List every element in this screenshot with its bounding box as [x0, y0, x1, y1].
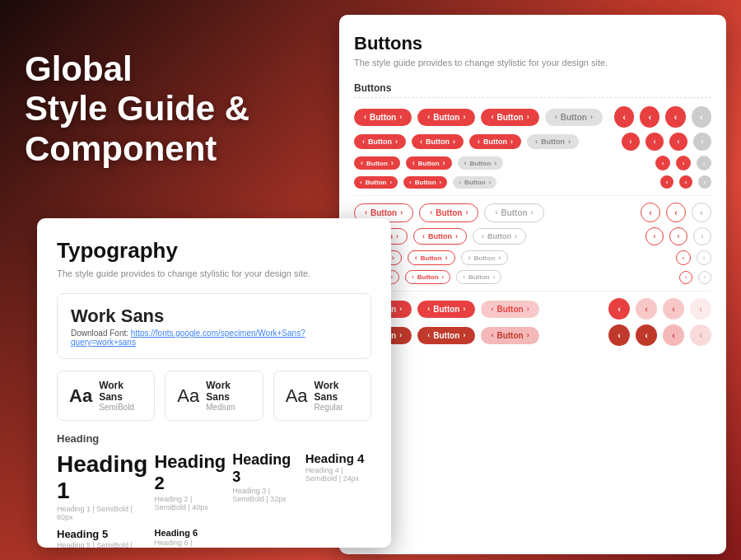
btn-icon-c4[interactable]: ‹	[690, 324, 711, 346]
btn-icon-outline-xxs-1[interactable]: ‹	[679, 271, 692, 284]
btn-icon-c1[interactable]: ‹	[608, 324, 630, 346]
btn-neutral-xxs-1[interactable]: ‹ Button ›	[453, 176, 496, 189]
btn-row-6: ‹ Button › ‹ Button › ‹ Button › ‹ ‹ ‹	[354, 227, 711, 245]
font-aa-semibold: Aa	[69, 385, 92, 407]
btn-neutral-1[interactable]: ‹ Button ›	[545, 109, 603, 126]
btn-row-5: ‹ Button › ‹ Button › ‹ Button › ‹ ‹ ‹	[354, 203, 711, 222]
heading-6-display: Heading 6	[154, 528, 226, 538]
heading-5-meta: Heading 5 | SemiBold | 20px	[57, 541, 147, 548]
btn-icon-p8[interactable]: ‹	[676, 156, 691, 170]
btn-icon-c3[interactable]: ‹	[663, 324, 684, 346]
btn-outline-gray-sm-1[interactable]: ‹ Button ›	[473, 228, 526, 245]
variant-name-1: Work Sans	[206, 380, 250, 403]
btn-primary-xs-1[interactable]: ‹ Button ›	[354, 156, 400, 170]
btn-icon-r9-4[interactable]: ‹	[690, 298, 711, 320]
btn-row-2: ‹ Button › ‹ Button › ‹ Button › ‹ Butto…	[354, 133, 711, 151]
font-variants: Aa Work Sans SemiBold Aa Work Sans Mediu…	[57, 371, 371, 421]
btn-icon-g2[interactable]: ‹	[693, 133, 711, 151]
typography-subtitle: The style guide provides to change styli…	[57, 268, 371, 278]
heading-2-display: Heading 2	[154, 451, 226, 494]
variant-name-0: Work Sans	[99, 380, 142, 403]
typography-card: Typography The style guide provides to c…	[37, 218, 391, 548]
font-box: Work Sans Download Font: https://fonts.g…	[57, 293, 371, 359]
heading-1-meta: Heading 1 | SemiBold | 60px	[57, 505, 147, 521]
btn-outline-xs-2[interactable]: ‹ Button ›	[408, 250, 455, 265]
btn-icon-p1[interactable]: ‹	[614, 106, 634, 128]
btn-icon-outline-xs-2[interactable]: ‹	[697, 250, 711, 265]
btn-primary-xxs-2[interactable]: ‹ Button ›	[403, 176, 447, 189]
btn-icon-outline-sm-2[interactable]: ‹	[669, 227, 687, 245]
variant-weight-1: Medium	[206, 403, 250, 412]
btn-row-10: ‹ Button › ‹ Button › ‹ Button › ‹ ‹ ‹ ‹	[354, 324, 711, 346]
hero-section: Global Style Guide & Component	[25, 49, 249, 169]
btn-primary-1[interactable]: ‹ Button ›	[354, 109, 412, 126]
buttons-subtitle: The style guide provides to change styli…	[354, 58, 711, 68]
btn-icon-p3[interactable]: ‹	[665, 106, 685, 128]
btn-icon-outline-gray-1[interactable]: ‹	[692, 203, 711, 222]
heading-4-display: Heading 4	[305, 451, 371, 465]
variant-name-2: Work Sans	[315, 380, 359, 403]
btn-icon-p4[interactable]: ‹	[622, 133, 640, 151]
divider-1	[354, 195, 711, 196]
btn-neutral-sm-1[interactable]: ‹ Button ›	[527, 134, 579, 149]
btn-row-1: ‹ Button › ‹ Button › ‹ Button › ‹ Butto…	[354, 106, 711, 128]
btn-rows-container: ‹ Button › ‹ Button › ‹ Button › ‹ Butto…	[354, 106, 711, 346]
btn-icon-p10[interactable]: ‹	[679, 175, 692, 189]
btn-icon-c2[interactable]: ‹	[636, 324, 657, 346]
btn-icon-outline-1[interactable]: ‹	[641, 203, 660, 222]
btn-outline-gray-xs-1[interactable]: ‹ Button ›	[461, 250, 509, 265]
btn-icon-g1[interactable]: ‹	[692, 106, 711, 128]
btn-crimson-2[interactable]: ‹ Button ›	[417, 327, 475, 344]
btn-outline-gray-xxs-1[interactable]: ‹ Button ›	[456, 270, 501, 284]
heading-section-label: Heading	[57, 432, 371, 445]
btn-icon-r9-1[interactable]: ‹	[608, 298, 630, 320]
font-variant-regular: Aa Work Sans Regular	[273, 371, 371, 421]
divider-2	[354, 291, 711, 292]
btn-primary-sm-2[interactable]: ‹ Button ›	[412, 134, 464, 149]
btn-row-3: ‹ Button › ‹ Button › ‹ Button › ‹ ‹ ‹	[354, 156, 711, 170]
btn-icon-p6[interactable]: ‹	[669, 133, 687, 151]
btn-icon-outline-gray-sm-1[interactable]: ‹	[693, 227, 711, 245]
btn-row-9: ‹ Button › ‹ Button › ‹ Button › ‹ ‹ ‹ ‹	[354, 298, 711, 320]
btn-icon-p5[interactable]: ‹	[645, 133, 664, 151]
btn-primary-2[interactable]: ‹ Button ›	[417, 109, 475, 126]
font-aa-medium: Aa	[177, 385, 199, 407]
heading-2-meta: Heading 2 | SemiBold | 40px	[154, 495, 226, 511]
btn-p-r2[interactable]: ‹ Button ›	[417, 301, 475, 318]
buttons-title: Buttons	[354, 33, 711, 54]
btn-icon-g3[interactable]: ‹	[697, 156, 711, 170]
btn-primary-sm-1[interactable]: ‹ Button ›	[354, 134, 406, 149]
heading-3-display: Heading 3	[232, 451, 298, 486]
btn-icon-r9-2[interactable]: ‹	[636, 298, 657, 320]
btn-icon-outline-sm-1[interactable]: ‹	[645, 227, 664, 245]
btn-primary-sm-3[interactable]: ‹ Button ›	[469, 134, 521, 149]
heading-5-display: Heading 5	[57, 528, 147, 540]
btn-primary-xxs-1[interactable]: ‹ Button ›	[354, 176, 398, 189]
heading-3-meta: Heading 3 | SemiBold | 32px	[232, 487, 298, 503]
heading-2-item: Heading 2 Heading 2 | SemiBold | 40px	[154, 451, 226, 521]
btn-icon-p2[interactable]: ‹	[640, 106, 659, 128]
btn-icon-r9-3[interactable]: ‹	[663, 298, 684, 320]
btn-sec-r1[interactable]: ‹ Button ›	[481, 301, 538, 318]
btn-icon-outline-xxs-2[interactable]: ‹	[698, 271, 711, 284]
btn-icon-outline-2[interactable]: ‹	[666, 203, 686, 222]
btn-outline-xxs-2[interactable]: ‹ Button ›	[405, 270, 450, 284]
heading-3-item: Heading 3 Heading 3 | SemiBold | 32px	[232, 451, 298, 521]
btn-crimson-light-1[interactable]: ‹ Button ›	[481, 327, 538, 344]
btn-outline-2[interactable]: ‹ Button ›	[419, 203, 478, 222]
btn-icon-g4[interactable]: ‹	[698, 175, 711, 189]
variant-weight-2: Regular	[315, 403, 359, 412]
btn-icon-p9[interactable]: ‹	[660, 175, 673, 189]
variant-weight-0: SemiBold	[99, 403, 142, 412]
heading-4-meta: Heading 4 | SemiBold | 24px	[305, 466, 371, 483]
btn-icon-outline-xs-1[interactable]: ‹	[676, 250, 691, 265]
btn-primary-3[interactable]: ‹ Button ›	[481, 109, 538, 126]
font-name: Work Sans	[71, 306, 357, 327]
font-variant-medium: Aa Work Sans Medium	[165, 371, 263, 421]
heading-6-item: Heading 6 Heading 6 | SemiBold | 18px	[154, 528, 226, 548]
btn-outline-gray-1[interactable]: ‹ Button ›	[484, 203, 543, 222]
btn-outline-sm-2[interactable]: ‹ Button ›	[413, 228, 467, 245]
btn-icon-p7[interactable]: ‹	[655, 156, 670, 170]
btn-primary-xs-2[interactable]: ‹ Button ›	[406, 156, 452, 170]
btn-neutral-xs-1[interactable]: ‹ Button ›	[458, 156, 504, 170]
